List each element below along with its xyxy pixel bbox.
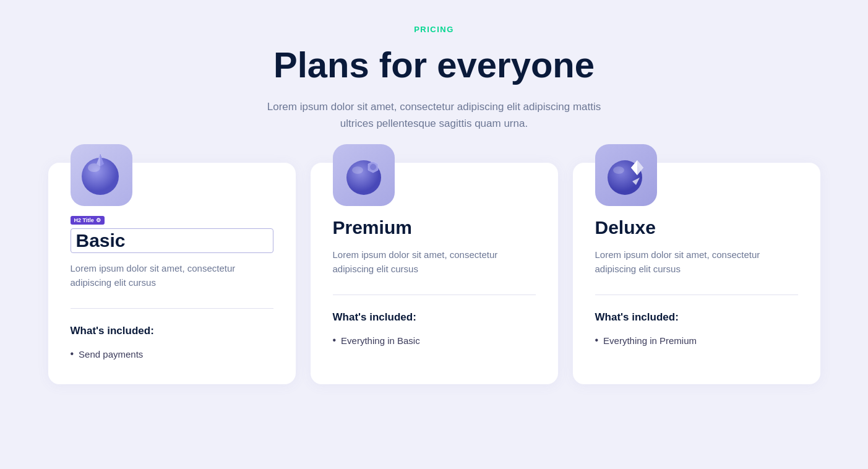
basic-icon-wrapper (71, 144, 132, 206)
badge-label: H2 Title (74, 217, 94, 223)
basic-plan-desc: Lorem ipsum dolor sit amet, consectetur … (71, 262, 273, 290)
premium-plan-name: Premium (333, 216, 536, 239)
premium-icon (339, 150, 389, 200)
premium-divider (333, 295, 536, 295)
card-deluxe: Deluxe Lorem ipsum dolor sit amet, conse… (573, 163, 820, 384)
deluxe-feature-1: Everything in Premium (595, 332, 798, 348)
premium-plan-desc: Lorem ipsum dolor sit amet, consectetur … (333, 248, 536, 276)
deluxe-features-list: Everything in Premium (595, 332, 798, 348)
deluxe-plan-name: Deluxe (595, 216, 798, 239)
svg-point-6 (352, 166, 363, 174)
basic-divider (71, 308, 273, 309)
deluxe-icon-wrapper (595, 144, 657, 206)
deluxe-divider (595, 295, 798, 295)
cards-container: H2 Title ⚙ Lorem ipsum dolor sit amet, c… (32, 163, 836, 384)
basic-icon (77, 150, 126, 200)
subtitle: Lorem ipsum dolor sit amet, consectetur … (255, 98, 614, 132)
basic-feature-1: Send payments (71, 346, 273, 362)
premium-features-list: Everything in Basic (333, 332, 536, 348)
pricing-label: PRICING (414, 25, 454, 34)
premium-included-label: What's included: (333, 311, 536, 324)
basic-included-label: What's included: (71, 325, 273, 337)
card-premium: Premium Lorem ipsum dolor sit amet, cons… (311, 163, 558, 384)
svg-point-9 (370, 164, 376, 170)
basic-title-badge: H2 Title ⚙ (71, 216, 105, 225)
basic-title-bar: H2 Title ⚙ (71, 216, 273, 225)
deluxe-included-label: What's included: (595, 311, 798, 324)
basic-plan-name-input[interactable] (71, 228, 273, 253)
gear-icon: ⚙ (96, 217, 101, 223)
card-basic: H2 Title ⚙ Lorem ipsum dolor sit amet, c… (48, 163, 296, 384)
premium-icon-wrapper (333, 144, 395, 206)
main-title: Plans for everyone (273, 45, 595, 85)
premium-feature-1: Everything in Basic (333, 332, 536, 348)
svg-point-11 (613, 166, 624, 174)
deluxe-plan-desc: Lorem ipsum dolor sit amet, consectetur … (595, 248, 798, 276)
basic-features-list: Send payments (71, 346, 273, 362)
deluxe-icon (601, 150, 651, 200)
